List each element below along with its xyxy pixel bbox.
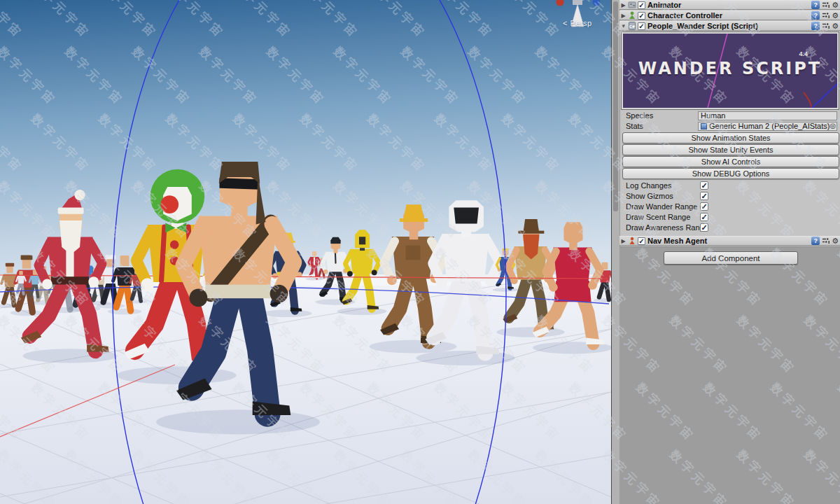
gear-icon[interactable]: ⚙: [832, 1, 839, 9]
svg-text:C#: C#: [629, 24, 635, 29]
foldout-arrow-icon[interactable]: ▶: [620, 13, 627, 19]
toggle-row: Draw Wander Range✓: [620, 202, 840, 211]
show-state-unity-events-button[interactable]: Show State Unity Events: [622, 144, 839, 155]
draw-wander-range-checkbox[interactable]: ✓: [700, 202, 708, 211]
foldout-arrow-icon[interactable]: ▶: [620, 2, 627, 8]
scene-view[interactable]: < Persp: [0, 0, 611, 504]
wander-script-banner: WANDER SCRIPT 4.4: [622, 32, 839, 109]
banner-version: 4.4: [799, 50, 808, 57]
gear-icon[interactable]: ⚙: [832, 237, 839, 245]
banner-title: WANDER SCRIPT: [623, 59, 837, 78]
help-icon[interactable]: ?: [811, 11, 820, 20]
banner-art-blue-line: [811, 83, 837, 108]
foldout-arrow-icon[interactable]: ▶: [620, 238, 627, 244]
toggle-label: Show Gizmos: [620, 192, 700, 200]
foldout-arrow-icon[interactable]: ▼: [620, 23, 627, 29]
gizmo-x-axis-ball: [556, 0, 564, 6]
preset-icon[interactable]: [822, 234, 830, 247]
banner-art-red-curve: [804, 92, 812, 108]
help-icon[interactable]: ?: [811, 237, 820, 245]
inspector-empty-area: Add Component: [620, 246, 840, 504]
help-icon[interactable]: ?: [811, 22, 820, 30]
character-controller-icon: [627, 11, 636, 20]
persp-mode-label[interactable]: < Persp: [563, 19, 592, 27]
text-field[interactable]: Human: [698, 111, 837, 120]
draw-awareness-range-checkbox[interactable]: ✓: [700, 223, 708, 232]
component-header-character-controller[interactable]: ▶✓Character Controller?⚙: [620, 10, 840, 20]
object-icon: [701, 123, 707, 130]
component-title: Animator: [648, 1, 681, 9]
component-header-nav-mesh-agent[interactable]: ▶✓Nav Mesh Agent?⚙: [620, 236, 840, 246]
component-title: Nav Mesh Agent: [648, 237, 707, 245]
component-enabled-checkbox[interactable]: ✓: [638, 237, 645, 245]
show-ai-controls-button[interactable]: Show AI Controls: [622, 156, 839, 167]
toggle-label: Draw Awareness Range: [620, 223, 700, 232]
component-title: People_Wander Script (Script): [648, 22, 758, 30]
animator-icon: [627, 1, 636, 9]
toggle-label: Log Changes: [620, 181, 700, 190]
nav-mesh-agent-icon: [627, 237, 636, 245]
component-enabled-checkbox[interactable]: ✓: [638, 22, 645, 30]
property-row-stats: StatsGeneric Human 2 (People_AIStats)◎: [620, 121, 840, 131]
gear-icon[interactable]: ⚙: [832, 22, 839, 30]
show-debug-options-button[interactable]: Show DEBUG Options: [622, 168, 839, 179]
toggle-label: Draw Scent Range: [620, 213, 700, 221]
csharp-script-icon: C#: [627, 22, 636, 30]
field-value: Generic Human 2 (People_AIStats): [709, 122, 830, 130]
scene-canvas: [0, 0, 611, 504]
component-header-people-wander-script-script-[interactable]: ▼C#✓People_Wander Script (Script)?⚙: [620, 21, 840, 31]
toggle-label: Draw Wander Range: [620, 202, 700, 211]
add-component-button[interactable]: Add Component: [664, 251, 798, 265]
draw-scent-range-checkbox[interactable]: ✓: [700, 213, 708, 221]
inspector-panel: ▶✓Animator?⚙▶✓Character Controller?⚙▼C#✓…: [611, 0, 840, 504]
gear-icon[interactable]: ⚙: [832, 11, 839, 20]
toggle-row: Show Gizmos✓: [620, 191, 840, 201]
toggle-row: Log Changes✓: [620, 181, 840, 190]
show-gizmos-checkbox[interactable]: ✓: [700, 192, 708, 200]
unity-editor: < Persp ▶✓Animator?⚙▶✓Character Controll…: [0, 0, 840, 504]
help-icon[interactable]: ?: [811, 1, 820, 9]
component-enabled-checkbox[interactable]: ✓: [638, 1, 645, 9]
object-field[interactable]: Generic Human 2 (People_AIStats)◎: [698, 122, 837, 131]
component-title: Character Controller: [648, 11, 722, 20]
log-changes-checkbox[interactable]: ✓: [700, 181, 708, 190]
field-value: Human: [701, 111, 725, 120]
property-label: Species: [620, 111, 698, 120]
toggle-row: Draw Scent Range✓: [620, 212, 840, 222]
preset-icon[interactable]: [822, 20, 830, 32]
gizmo-z-axis-ball: [593, 0, 601, 6]
property-label: Stats: [620, 122, 698, 130]
component-enabled-checkbox[interactable]: ✓: [638, 12, 645, 20]
property-row-species: SpeciesHuman: [620, 111, 840, 120]
toggle-row: Draw Awareness Range✓: [620, 223, 840, 232]
object-picker-icon[interactable]: ◎: [830, 122, 836, 130]
component-header-animator[interactable]: ▶✓Animator?⚙: [620, 0, 840, 10]
show-animation-states-button[interactable]: Show Animation States: [622, 132, 839, 144]
